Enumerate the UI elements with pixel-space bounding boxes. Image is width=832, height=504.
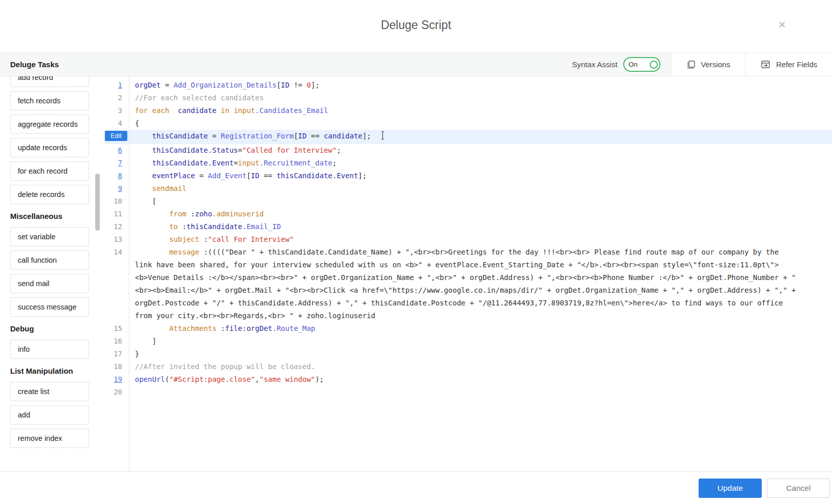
task-add-record[interactable]: add record [10,76,89,87]
code-area[interactable]: 1orgDet = Add_Organization_Details[ID !=… [104,79,832,399]
code-text-16[interactable]: ] [129,335,797,348]
page-title: Deluge Script [0,18,832,32]
task-add[interactable]: add [10,405,89,425]
line-number-6[interactable]: 6 [118,146,122,154]
code-line-7: 7 thisCandidate.Event=input.Recruitment_… [104,157,832,170]
line-number-3: 3 [118,106,122,115]
code-text-14[interactable]: message :(((("Dear " + thisCandidate.Can… [129,246,797,322]
code-text-13[interactable]: subject :"call For Interview" [129,233,797,246]
versions-icon [686,60,696,70]
code-line-2: 2//For each selected candidates [104,92,832,104]
versions-button[interactable]: Versions [671,53,745,76]
task-for-each-record[interactable]: for each record [10,161,89,181]
line-number-7[interactable]: 7 [118,159,122,167]
code-line-1: 1orgDet = Add_Organization_Details[ID !=… [104,79,832,92]
line-number-14: 14 [114,248,122,256]
task-fetch-records[interactable]: fetch records [10,91,89,110]
code-line-10: 10 [ [104,195,832,208]
toggle-state-label: On [629,61,637,68]
line-number-8[interactable]: 8 [118,172,122,180]
code-text-6[interactable]: thisCandidate.Status="Called for Intervi… [129,144,797,157]
task-set-variable[interactable]: set variable [10,227,89,246]
main-area: add recordfetch recordsaggregate records… [0,76,832,472]
task-remove-index[interactable]: remove index [10,429,89,448]
code-text-17[interactable]: } [129,348,797,360]
code-text-4[interactable]: { [129,117,797,130]
line-number-15: 15 [114,324,122,332]
refer-fields-label: Refer Fields [776,60,817,69]
sidebar-scrollbar[interactable] [95,174,100,231]
task-update-records[interactable]: update records [10,138,89,157]
toolbar: Deluge Tasks Syntax Assist On Versions [0,52,832,76]
code-text-5[interactable]: thisCandidate = Registration_Form[ID == … [129,130,797,144]
text-cursor-icon [380,131,385,144]
code-text-3[interactable]: for each candidate in input.Candidates_E… [129,104,797,117]
code-line-15: 15 Attachments :file:orgDet.Route_Map [104,322,832,335]
task-create-list[interactable]: create list [10,382,89,401]
code-text-1[interactable]: orgDet = Add_Organization_Details[ID != … [129,79,797,92]
task-aggregate-records[interactable]: aggregate records [10,115,89,134]
line-number-17: 17 [114,350,122,358]
section-title-miscellaneous: Miscellaneous [10,212,104,220]
code-line-13: 13 subject :"call For Interview" [104,233,832,246]
code-text-12[interactable]: to :thisCandidate.Email_ID [129,220,797,233]
code-text-10[interactable]: [ [129,195,797,208]
code-text-19[interactable]: openUrl("#Script:page.close","same windo… [129,373,797,386]
code-text-8[interactable]: eventPlace = Add_Event[ID == thisCandida… [129,170,797,182]
dialog-footer: Update Cancel [0,472,832,504]
deluge-tasks-title: Deluge Tasks [10,60,59,69]
task-info[interactable]: info [10,340,89,359]
code-text-20[interactable] [129,386,797,399]
line-number-11: 11 [114,210,122,218]
code-line-6: 6 thisCandidate.Status="Called for Inter… [104,144,832,157]
refer-fields-button[interactable]: Refer Fields [745,53,832,76]
code-editor[interactable]: 1orgDet = Add_Organization_Details[ID !=… [104,76,832,471]
dialog-header: Deluge Script ✕ [0,0,832,52]
toggle-knob-icon [650,61,658,69]
line-number-4: 4 [118,119,122,127]
line-number-13: 13 [114,235,122,243]
task-call-function[interactable]: call function [10,250,89,270]
code-text-2[interactable]: //For each selected candidates [129,92,797,104]
code-text-18[interactable]: //After invited the popup will be cloase… [129,360,797,373]
line-number-2: 2 [118,94,122,102]
line-number-1[interactable]: 1 [118,81,122,89]
task-delete-records[interactable]: delete records [10,185,89,204]
line-number-12: 12 [114,222,122,231]
code-line-9: 9 sendmail [104,182,832,195]
line-number-9[interactable]: 9 [118,184,122,192]
task-send-mail[interactable]: send mail [10,274,89,293]
update-button[interactable]: Update [699,479,762,498]
line-number-16: 16 [114,337,122,345]
code-line-18: 18//After invited the popup will be cloa… [104,360,832,373]
gutter-divider [129,76,129,471]
code-line-11: 11 from :zoho.adminuserid [104,208,832,220]
code-text-11[interactable]: from :zoho.adminuserid [129,208,797,220]
deluge-tasks-sidebar: add recordfetch recordsaggregate records… [0,76,104,471]
section-title-debug: Debug [10,324,104,333]
code-text-9[interactable]: sendmail [129,182,797,195]
code-line-5: Edit thisCandidate = Registration_Form[I… [104,130,832,144]
code-line-3: 3for each candidate in input.Candidates_… [104,104,832,117]
line-number-10: 10 [114,197,122,205]
cancel-button[interactable]: Cancel [767,479,830,498]
code-line-17: 17} [104,348,832,360]
syntax-assist-label: Syntax Assist [572,60,617,69]
code-line-4: 4{ [104,117,832,130]
line-number-20: 20 [114,388,122,396]
syntax-assist-control: Syntax Assist On [562,53,670,76]
section-title-list-manipulation: List Manipulation [10,367,104,375]
code-line-16: 16 ] [104,335,832,348]
line-number-18: 18 [114,362,122,371]
refer-fields-icon [760,60,771,70]
code-text-7[interactable]: thisCandidate.Event=input.Recruitment_da… [129,157,797,170]
code-line-12: 12 to :thisCandidate.Email_ID [104,220,832,233]
code-line-20: 20 [104,386,832,399]
code-text-15[interactable]: Attachments :file:orgDet.Route_Map [129,322,797,335]
code-line-14: 14 message :(((("Dear " + thisCandidate.… [104,246,832,322]
syntax-assist-toggle[interactable]: On [623,57,660,72]
close-icon[interactable]: ✕ [778,19,786,31]
line-number-19[interactable]: 19 [114,375,122,383]
edit-line-button[interactable]: Edit [105,131,127,141]
task-success-message[interactable]: success message [10,297,89,317]
